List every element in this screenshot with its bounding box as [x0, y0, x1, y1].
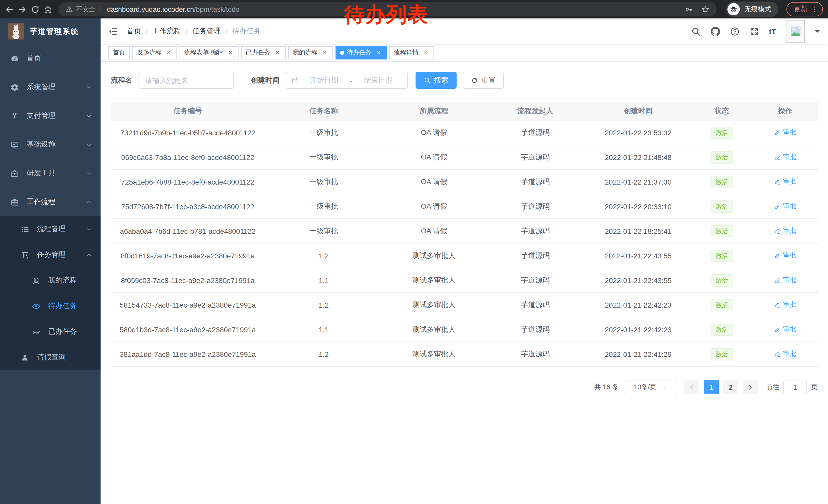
sidebar-logo[interactable]: 芋道管理系统 [0, 18, 100, 44]
tab-流程详情[interactable]: 流程详情× [389, 46, 434, 59]
prev-page-button[interactable] [685, 380, 699, 394]
status-cell: 激活 [691, 299, 753, 311]
process-name-input[interactable] [138, 72, 234, 89]
sidebar-fold-icon[interactable] [108, 27, 118, 36]
breadcrumb-item-首页[interactable]: 首页 [127, 27, 141, 36]
back-icon[interactable] [5, 5, 14, 13]
action-cell: 审批 [753, 251, 818, 261]
help-icon[interactable] [730, 27, 740, 36]
approve-link[interactable]: 审批 [774, 325, 796, 334]
sidebar-item-已办任务[interactable]: 已办任务 [0, 319, 100, 345]
next-page-button[interactable] [743, 380, 758, 394]
tab-我的流程[interactable]: 我的流程× [288, 46, 333, 59]
action-cell: 审批 [753, 226, 818, 236]
approve-link[interactable]: 审批 [774, 177, 796, 186]
task-id-cell: 580e1b3d-7ac8-11ec-a9e2-a2380e71991a [111, 325, 265, 333]
address-divider [100, 5, 101, 13]
refresh-icon [471, 77, 478, 84]
tab-已办任务[interactable]: 已办任务× [241, 46, 286, 59]
home-icon[interactable] [44, 5, 52, 13]
status-badge: 激活 [710, 299, 733, 311]
screen: 不安全 dashboard.yudao.iocoder.cn/bpm/task/… [0, 0, 828, 504]
page-size-select[interactable]: 10条/页 [625, 380, 676, 394]
approve-link[interactable]: 审批 [774, 350, 796, 359]
approve-link[interactable]: 审批 [774, 202, 796, 211]
status-cell: 激活 [691, 274, 753, 286]
list-tree-icon [20, 225, 29, 234]
edit-icon [774, 203, 781, 210]
annotation-text: 待办列表 [344, 3, 428, 26]
tab-发起流程[interactable]: 发起流程× [132, 46, 177, 59]
page-button-1[interactable]: 1 [704, 380, 719, 394]
sidebar-item-工作流程[interactable]: 工作流程 [0, 188, 100, 216]
tab-close-icon[interactable]: × [165, 49, 172, 56]
bookmark-star-icon[interactable] [701, 5, 709, 13]
initiator-cell: 芋道源码 [485, 276, 585, 285]
update-button[interactable]: 更新 [786, 2, 823, 16]
approve-link[interactable]: 审批 [774, 152, 796, 162]
tab-close-icon[interactable]: × [321, 49, 328, 56]
font-size-icon[interactable]: tT [769, 28, 776, 35]
task-id-cell: 58154733-7ac8-11ec-a9e2-a2380e71991a [111, 301, 265, 309]
approve-link[interactable]: 审批 [774, 276, 796, 285]
task-name-cell: 1.2 [265, 350, 383, 358]
tab-首页[interactable]: 首页 [108, 46, 130, 59]
approve-link[interactable]: 审批 [774, 300, 796, 310]
start-date-placeholder[interactable]: 开始日期 [300, 76, 348, 85]
breadcrumb-item-任务管理[interactable]: 任务管理 [192, 27, 221, 36]
goto-page-input[interactable] [783, 380, 807, 394]
tab-close-icon[interactable]: × [375, 49, 382, 56]
breadcrumb-item-工作流程[interactable]: 工作流程 [152, 27, 181, 36]
initiator-cell: 芋道源码 [485, 128, 585, 137]
sidebar-item-待办任务[interactable]: 待办任务 [0, 293, 100, 319]
sidebar-item-流程管理[interactable]: 流程管理 [0, 216, 100, 242]
tab-close-icon[interactable]: × [422, 49, 429, 56]
reload-icon[interactable] [31, 5, 40, 13]
tab-close-icon[interactable]: × [227, 49, 234, 56]
sidebar-item-支付管理[interactable]: ¥支付管理 [0, 101, 100, 130]
browser-menu-icon[interactable] [811, 6, 818, 13]
sidebar-item-首页[interactable]: 首页 [0, 44, 100, 73]
tab-label: 发起流程 [137, 48, 162, 57]
approve-link-label: 审批 [783, 177, 796, 186]
task-name-cell: 一级审批 [265, 202, 383, 211]
approve-link[interactable]: 审批 [774, 128, 796, 137]
forward-icon[interactable] [18, 5, 27, 13]
github-icon[interactable] [710, 27, 720, 36]
date-range-picker[interactable]: 开始日期 - 结束日期 [286, 72, 408, 89]
sidebar-item-基础设施[interactable]: 基础设施 [0, 130, 100, 159]
avatar[interactable] [786, 20, 805, 43]
url-host: dashboard.yudao.iocoder.cn [107, 5, 194, 13]
edit-icon [774, 302, 781, 308]
date-range-separator: - [349, 76, 353, 84]
tab-待办任务[interactable]: 待办任务× [335, 46, 387, 59]
approve-link[interactable]: 审批 [774, 226, 796, 236]
reset-button[interactable]: 重置 [463, 72, 504, 89]
chevron-up-icon [86, 251, 92, 258]
status-cell: 激活 [691, 323, 753, 335]
action-cell: 审批 [753, 202, 818, 211]
table-row: 381aa1dd-7ac8-11ec-a9e2-a2380e71991a1.2测… [111, 342, 818, 367]
created-time-cell: 2022-01-21 22:43:55 [585, 276, 691, 284]
status-cell: 激活 [691, 151, 753, 163]
tab-流程表单-编辑[interactable]: 流程表单-编辑× [179, 46, 239, 59]
avatar-caret-icon[interactable] [815, 30, 820, 35]
search-icon[interactable] [691, 27, 701, 36]
sidebar-item-系统管理[interactable]: 系统管理 [0, 73, 100, 101]
edit-icon [774, 351, 781, 357]
process-cell: 测试多审批人 [383, 350, 485, 359]
end-date-placeholder[interactable]: 结束日期 [355, 76, 402, 85]
chevron-down-icon [86, 226, 92, 232]
tab-close-icon[interactable]: × [274, 49, 281, 56]
page-button-2[interactable]: 2 [723, 380, 738, 394]
search-button[interactable]: 搜索 [416, 72, 457, 89]
sidebar-item-研发工具[interactable]: 研发工具 [0, 159, 100, 188]
fullscreen-icon[interactable] [749, 27, 759, 36]
password-key-icon[interactable] [685, 5, 693, 13]
sidebar-item-任务管理[interactable]: 任务管理 [0, 242, 100, 268]
sidebar-item-请假查询[interactable]: 请假查询 [0, 345, 100, 370]
sidebar-item-我的流程[interactable]: 我的流程 [0, 268, 100, 293]
approve-link[interactable]: 审批 [774, 251, 796, 260]
not-secure-warning-icon [66, 6, 73, 13]
edit-icon [774, 228, 781, 234]
